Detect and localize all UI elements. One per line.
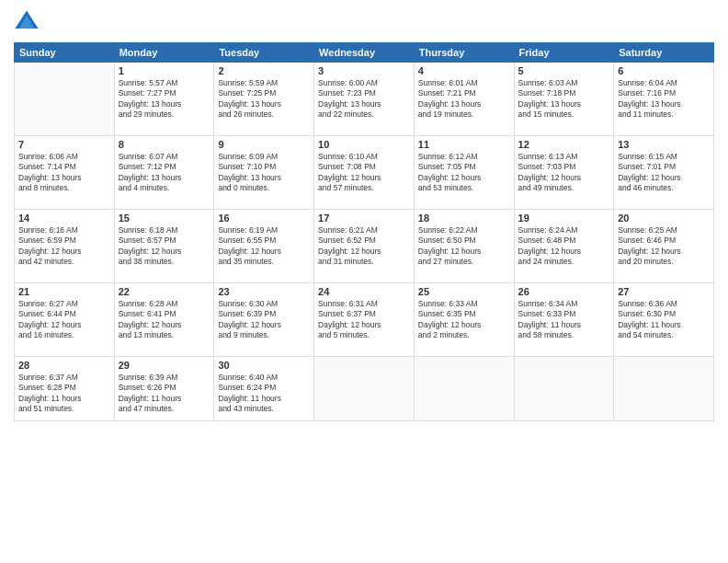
day-info: Sunrise: 6:09 AM Sunset: 7:10 PM Dayligh…: [218, 152, 310, 194]
day-info: Sunrise: 6:30 AM Sunset: 6:39 PM Dayligh…: [218, 299, 310, 341]
weekday-header-saturday: Saturday: [614, 43, 714, 63]
day-number: 14: [18, 213, 110, 224]
weekday-header-tuesday: Tuesday: [214, 43, 314, 63]
day-info: Sunrise: 6:01 AM Sunset: 7:21 PM Dayligh…: [418, 78, 510, 121]
day-info: Sunrise: 6:39 AM Sunset: 6:26 PM Dayligh…: [119, 373, 210, 415]
day-number: 13: [618, 139, 710, 150]
week-row-1: 1Sunrise: 5:57 AM Sunset: 7:27 PM Daylig…: [15, 63, 714, 136]
calendar-cell: 29Sunrise: 6:39 AM Sunset: 6:26 PM Dayli…: [114, 357, 214, 421]
page: SundayMondayTuesdayWednesdayThursdayFrid…: [0, 0, 728, 563]
day-info: Sunrise: 6:28 AM Sunset: 6:41 PM Dayligh…: [119, 299, 210, 341]
day-info: Sunrise: 6:00 AM Sunset: 7:23 PM Dayligh…: [318, 78, 410, 121]
logo-icon: [14, 9, 40, 35]
day-info: Sunrise: 6:27 AM Sunset: 6:44 PM Dayligh…: [18, 299, 110, 341]
day-info: Sunrise: 6:22 AM Sunset: 6:50 PM Dayligh…: [418, 225, 510, 268]
day-info: Sunrise: 6:06 AM Sunset: 7:14 PM Dayligh…: [18, 152, 110, 194]
calendar-cell: 10Sunrise: 6:10 AM Sunset: 7:08 PM Dayli…: [314, 136, 415, 210]
day-info: Sunrise: 6:04 AM Sunset: 7:16 PM Dayligh…: [618, 78, 710, 121]
logo: [14, 9, 43, 35]
calendar-cell: 28Sunrise: 6:37 AM Sunset: 6:28 PM Dayli…: [15, 357, 115, 421]
day-number: 22: [119, 286, 210, 297]
day-info: Sunrise: 6:40 AM Sunset: 6:24 PM Dayligh…: [218, 373, 310, 415]
day-number: 15: [119, 213, 210, 224]
calendar-cell: 6Sunrise: 6:04 AM Sunset: 7:16 PM Daylig…: [614, 63, 714, 136]
day-info: Sunrise: 6:15 AM Sunset: 7:01 PM Dayligh…: [618, 152, 710, 194]
calendar-cell: 2Sunrise: 5:59 AM Sunset: 7:25 PM Daylig…: [214, 63, 314, 136]
calendar-cell: 24Sunrise: 6:31 AM Sunset: 6:37 PM Dayli…: [314, 283, 415, 357]
calendar-cell: 14Sunrise: 6:16 AM Sunset: 6:59 PM Dayli…: [15, 210, 115, 283]
day-info: Sunrise: 5:59 AM Sunset: 7:25 PM Dayligh…: [218, 78, 310, 121]
calendar-cell: 7Sunrise: 6:06 AM Sunset: 7:14 PM Daylig…: [15, 136, 115, 210]
day-number: 6: [618, 65, 710, 76]
calendar-cell: 26Sunrise: 6:34 AM Sunset: 6:33 PM Dayli…: [514, 283, 614, 357]
day-info: Sunrise: 6:25 AM Sunset: 6:46 PM Dayligh…: [618, 225, 710, 268]
day-number: 27: [618, 286, 710, 297]
day-number: 23: [218, 286, 310, 297]
calendar-cell: 20Sunrise: 6:25 AM Sunset: 6:46 PM Dayli…: [614, 210, 714, 283]
day-number: 4: [418, 65, 510, 76]
calendar-cell: 1Sunrise: 5:57 AM Sunset: 7:27 PM Daylig…: [114, 63, 214, 136]
day-number: 11: [418, 139, 510, 150]
calendar-cell: [514, 357, 614, 421]
calendar-cell: 15Sunrise: 6:18 AM Sunset: 6:57 PM Dayli…: [114, 210, 214, 283]
day-number: 29: [119, 360, 210, 371]
day-number: 24: [318, 286, 410, 297]
day-number: 2: [218, 65, 310, 76]
weekday-header-thursday: Thursday: [414, 43, 514, 63]
day-number: 17: [318, 213, 410, 224]
day-info: Sunrise: 6:21 AM Sunset: 6:52 PM Dayligh…: [318, 225, 410, 268]
week-row-4: 21Sunrise: 6:27 AM Sunset: 6:44 PM Dayli…: [15, 283, 714, 357]
calendar-cell: 22Sunrise: 6:28 AM Sunset: 6:41 PM Dayli…: [114, 283, 214, 357]
day-info: Sunrise: 6:12 AM Sunset: 7:05 PM Dayligh…: [418, 152, 510, 194]
calendar-cell: [414, 357, 514, 421]
calendar-cell: 4Sunrise: 6:01 AM Sunset: 7:21 PM Daylig…: [414, 63, 514, 136]
weekday-header-friday: Friday: [514, 43, 614, 63]
calendar-cell: 21Sunrise: 6:27 AM Sunset: 6:44 PM Dayli…: [15, 283, 115, 357]
day-info: Sunrise: 6:36 AM Sunset: 6:30 PM Dayligh…: [618, 299, 710, 341]
day-info: Sunrise: 6:07 AM Sunset: 7:12 PM Dayligh…: [119, 152, 210, 194]
week-row-2: 7Sunrise: 6:06 AM Sunset: 7:14 PM Daylig…: [15, 136, 714, 210]
calendar-cell: 23Sunrise: 6:30 AM Sunset: 6:39 PM Dayli…: [214, 283, 314, 357]
day-number: 19: [518, 213, 610, 224]
day-info: Sunrise: 6:34 AM Sunset: 6:33 PM Dayligh…: [518, 299, 610, 341]
calendar-cell: 12Sunrise: 6:13 AM Sunset: 7:03 PM Dayli…: [514, 136, 614, 210]
header: [14, 9, 714, 35]
day-number: 26: [518, 286, 610, 297]
day-number: 10: [318, 139, 410, 150]
day-number: 30: [218, 360, 310, 371]
day-number: 18: [418, 213, 510, 224]
calendar-cell: 18Sunrise: 6:22 AM Sunset: 6:50 PM Dayli…: [414, 210, 514, 283]
weekday-header-sunday: Sunday: [15, 43, 115, 63]
calendar-cell: 9Sunrise: 6:09 AM Sunset: 7:10 PM Daylig…: [214, 136, 314, 210]
day-info: Sunrise: 5:57 AM Sunset: 7:27 PM Dayligh…: [119, 78, 210, 121]
calendar-cell: 25Sunrise: 6:33 AM Sunset: 6:35 PM Dayli…: [414, 283, 514, 357]
day-number: 12: [518, 139, 610, 150]
calendar-cell: 30Sunrise: 6:40 AM Sunset: 6:24 PM Dayli…: [214, 357, 314, 421]
calendar-cell: 11Sunrise: 6:12 AM Sunset: 7:05 PM Dayli…: [414, 136, 514, 210]
calendar-cell: 19Sunrise: 6:24 AM Sunset: 6:48 PM Dayli…: [514, 210, 614, 283]
calendar-cell: [314, 357, 415, 421]
day-number: 5: [518, 65, 610, 76]
calendar-table: SundayMondayTuesdayWednesdayThursdayFrid…: [14, 42, 714, 421]
day-info: Sunrise: 6:24 AM Sunset: 6:48 PM Dayligh…: [518, 225, 610, 268]
calendar-cell: 16Sunrise: 6:19 AM Sunset: 6:55 PM Dayli…: [214, 210, 314, 283]
day-info: Sunrise: 6:10 AM Sunset: 7:08 PM Dayligh…: [318, 152, 410, 194]
calendar-cell: [614, 357, 714, 421]
day-info: Sunrise: 6:13 AM Sunset: 7:03 PM Dayligh…: [518, 152, 610, 194]
calendar-cell: 8Sunrise: 6:07 AM Sunset: 7:12 PM Daylig…: [114, 136, 214, 210]
day-number: 8: [119, 139, 210, 150]
day-info: Sunrise: 6:33 AM Sunset: 6:35 PM Dayligh…: [418, 299, 510, 341]
day-number: 3: [318, 65, 410, 76]
day-number: 7: [18, 139, 110, 150]
day-number: 25: [418, 286, 510, 297]
day-number: 1: [119, 65, 210, 76]
week-row-3: 14Sunrise: 6:16 AM Sunset: 6:59 PM Dayli…: [15, 210, 714, 283]
day-number: 16: [218, 213, 310, 224]
day-number: 28: [18, 360, 110, 371]
day-info: Sunrise: 6:18 AM Sunset: 6:57 PM Dayligh…: [119, 225, 210, 268]
day-info: Sunrise: 6:31 AM Sunset: 6:37 PM Dayligh…: [318, 299, 410, 341]
calendar-cell: 5Sunrise: 6:03 AM Sunset: 7:18 PM Daylig…: [514, 63, 614, 136]
day-number: 20: [618, 213, 710, 224]
day-info: Sunrise: 6:03 AM Sunset: 7:18 PM Dayligh…: [518, 78, 610, 121]
day-info: Sunrise: 6:37 AM Sunset: 6:28 PM Dayligh…: [18, 373, 110, 415]
